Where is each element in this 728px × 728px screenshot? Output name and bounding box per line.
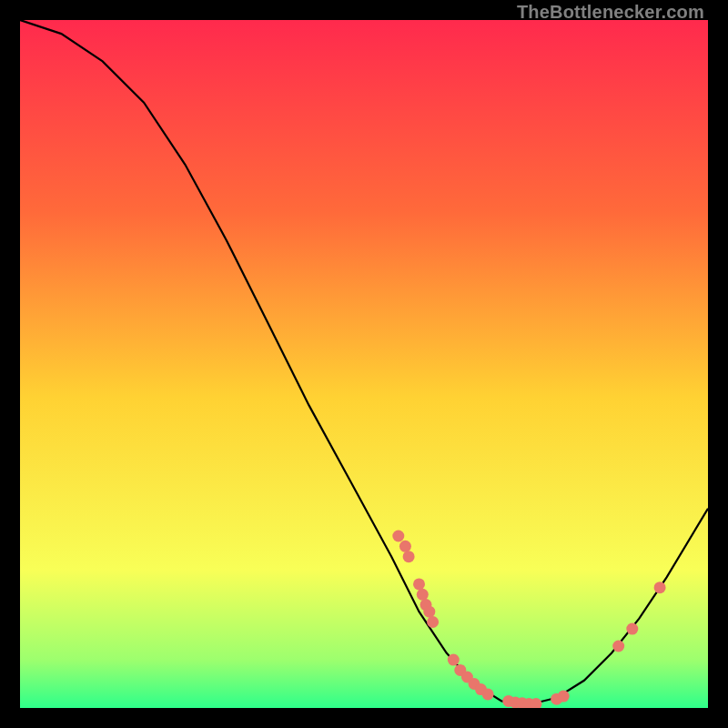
data-point (612, 641, 624, 652)
data-point (482, 688, 494, 700)
data-point (423, 606, 435, 618)
data-point (558, 691, 570, 703)
data-point (417, 589, 429, 601)
chart-background (20, 20, 708, 708)
chart-frame (20, 20, 708, 708)
bottleneck-chart (20, 20, 708, 708)
data-point (392, 531, 404, 542)
data-point (448, 654, 460, 666)
data-point (399, 541, 411, 552)
data-point (403, 551, 415, 562)
data-point (626, 623, 638, 635)
data-point (427, 616, 439, 628)
data-point (413, 578, 425, 590)
data-point (654, 581, 666, 593)
